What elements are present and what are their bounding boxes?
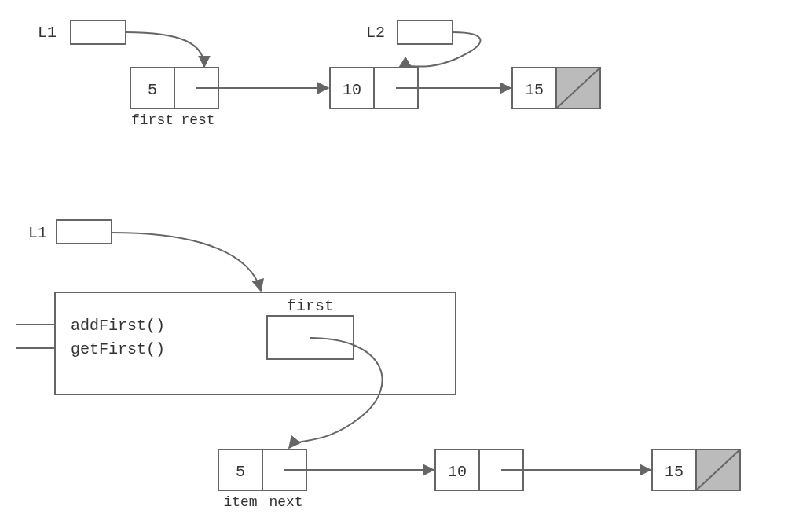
method-getfirst: getFirst() — [71, 340, 165, 358]
top-l1-box — [71, 20, 126, 44]
method-addfirst: addFirst() — [71, 317, 165, 335]
top-diagram: L1 5 first rest L2 10 15 — [38, 20, 600, 128]
top-l1-label: L1 — [38, 24, 57, 42]
bottom-node1-val: 5 — [236, 463, 245, 481]
top-l2-box — [398, 20, 453, 44]
top-node2-val: 10 — [343, 81, 361, 99]
bottom-node1-next-label: next — [269, 494, 302, 510]
top-node3-val: 15 — [525, 81, 544, 99]
top-node1-first-label: first — [131, 112, 174, 128]
top-l2-label: L2 — [366, 24, 385, 42]
bottom-l1-label: L1 — [28, 224, 47, 242]
bottom-diagram: L1 addFirst() getFirst() first 5 item ne… — [16, 220, 740, 510]
top-node1-rest-label: rest — [181, 112, 214, 128]
bottom-l1-box — [57, 220, 112, 244]
arrow-l1-node1 — [126, 32, 204, 67]
bottom-node2-val: 10 — [448, 463, 467, 481]
diagram: L1 5 first rest L2 10 15 L1 addFirst() g… — [0, 0, 810, 532]
first-field-label: first — [287, 297, 334, 315]
bottom-node3-val: 15 — [665, 463, 684, 481]
bottom-node1-item-label: item — [223, 494, 257, 510]
arrow-l1-listobj — [112, 233, 261, 291]
top-node1-val: 5 — [148, 81, 157, 99]
